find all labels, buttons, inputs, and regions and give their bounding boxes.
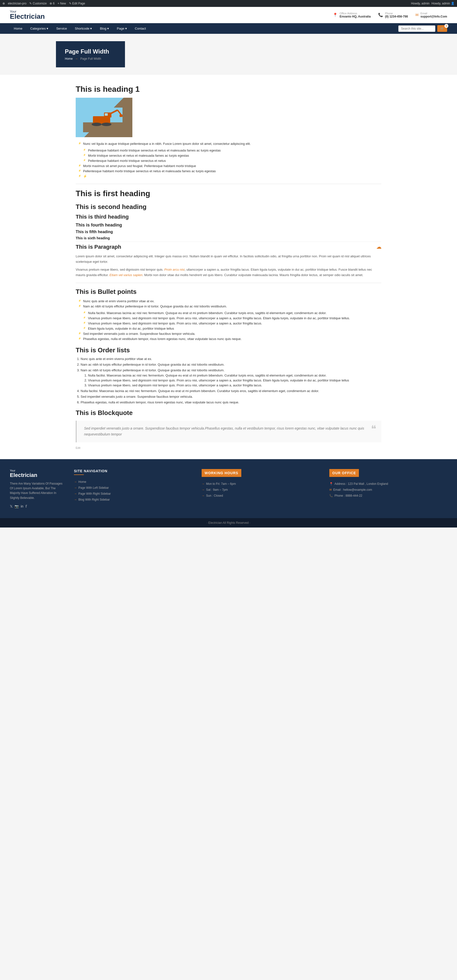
footer-link-home[interactable]: Home <box>74 480 86 484</box>
list-item: Nam ac nibh id turpis efficitur pellente… <box>81 368 381 387</box>
blockquote-text: Sed imperdiet venenatis justo a ornare. … <box>84 426 374 438</box>
office-phone-icon: 📞 <box>329 494 333 497</box>
footer-link-right-sidebar[interactable]: Page With Right Sidebar <box>74 492 111 495</box>
admin-bar-site[interactable]: electrician-pro <box>8 2 26 5</box>
cart-button[interactable]: 🛒 0 <box>437 25 447 32</box>
nav-blog[interactable]: Blog ▾ <box>96 23 113 34</box>
footer-description: There Are Many Variations Of Passages Of… <box>10 481 64 500</box>
social-facebook[interactable]: 𝕗 <box>25 504 27 508</box>
footer-logo: Your Electrician <box>10 469 64 479</box>
nav-categories[interactable]: Categories ▾ <box>26 23 52 34</box>
paragraph-link-2[interactable]: Etiam vel varius sapien <box>109 273 143 277</box>
admin-bar-wp[interactable]: ⊕ <box>2 2 5 5</box>
content-h4-fourth: This is fourth heading <box>76 223 381 228</box>
footer-nav-list: Home Page With Left Sidebar Page With Ri… <box>74 479 192 503</box>
footer-link-left-sidebar[interactable]: Page With Left Sidebar <box>74 486 109 490</box>
bullet-list-main-2: Sed imperdiet venenatis justo a ornare. … <box>78 331 381 342</box>
footer-office-list: 📍 Address : 123 Pal Mall , London Englan… <box>329 481 447 499</box>
office-email-icon: ✉ <box>329 488 332 492</box>
admin-bar-edit-page[interactable]: ✎ Edit Page <box>69 2 85 5</box>
copyright-text: · Electrician All Rights Reserved · <box>207 521 251 525</box>
bullet-list-main: Nunc quis ante et enim viverra porttitor… <box>78 299 381 309</box>
paragraph-link-1[interactable]: Proin arcu nisi <box>164 268 185 271</box>
bullet-section-title: This is Bullet points <box>76 288 381 296</box>
list-item: Nunc quis ante et enim viverra porttitor… <box>78 299 381 304</box>
list-item: Nulla facilisi. Maecenas lacinia ac nisl… <box>88 374 381 377</box>
list-item: Vivamus pretium neque libero, sed dignis… <box>88 383 381 387</box>
list-item: Nulla facilisi. Maecenas lacinia ac nisl… <box>83 310 381 315</box>
list-item: Nam ac nibh id turpis efficitur pellente… <box>78 304 381 309</box>
sub-bullet-list-2: Nulla facilisi. Maecenas lacinia ac nisl… <box>83 310 381 331</box>
content-h1-first: This is first heading <box>76 189 381 198</box>
excavator-svg <box>83 108 122 132</box>
nav-home[interactable]: Home <box>10 23 26 34</box>
footer-office-item: ✉ Email : hellow@example.com <box>329 487 447 493</box>
divider-headings <box>76 184 381 184</box>
sub-bullet-list-1: Pellentesque habitant morbi tristique se… <box>83 148 381 163</box>
list-item: ⚡ <box>78 174 381 179</box>
svg-point-8 <box>102 123 111 126</box>
admin-bar-new[interactable]: + New <box>57 2 66 5</box>
list-item: Phasellus egestas, nulla et vestibulum t… <box>81 401 381 404</box>
social-linkedin[interactable]: in <box>21 504 24 508</box>
main-content: This is heading 1 <box>0 75 457 459</box>
svg-point-7 <box>92 123 102 126</box>
admin-bar-comments[interactable]: ⊕ 6 <box>49 2 54 5</box>
footer-our-office: Our Office 📍 Address : 123 Pal Mall , Lo… <box>329 469 447 508</box>
contact-info: 📍 Office Address Envanto HQ, Australia 📞… <box>333 12 447 18</box>
list-item: Nam ac nibh id turpis efficitur pellente… <box>81 363 381 366</box>
nav-list: Home Categories ▾ Service Shortcode ▾ Bl… <box>10 23 150 34</box>
top-header: Your Electrician 📍 Office Address Envant… <box>0 7 457 23</box>
sub-order-list: Nulla facilisi. Maecenas lacinia ac nisl… <box>88 374 381 387</box>
admin-bar-user: Howdy, admin 👤 <box>432 2 455 5</box>
nav-service[interactable]: Service <box>52 23 71 34</box>
nav-shortcode[interactable]: Shortcode ▾ <box>71 23 96 34</box>
email-icon: ✉ <box>415 13 419 17</box>
nav-contact[interactable]: Contact <box>131 23 150 34</box>
paragraph-text-1: Lorem ipsum dolor sit amet, consectetur … <box>76 254 381 264</box>
social-instagram[interactable]: 📷 <box>14 504 19 508</box>
phone-value: (0) 1234-456-798 <box>385 15 408 18</box>
search-input[interactable] <box>398 25 435 32</box>
footer-site-nav: Site Navigation Home Page With Left Side… <box>74 469 192 508</box>
page-banner-box: Page Full Width Home → Page Full Width <box>56 41 125 67</box>
order-section-title: This is Order lists <box>76 347 381 354</box>
breadcrumb-home[interactable]: Home <box>65 57 73 60</box>
footer-link-blog[interactable]: Blog With Right Sidebar <box>74 498 110 501</box>
divider-bullets <box>76 283 381 283</box>
list-item: Sed imperdiet venenatis justo a ornare. … <box>78 331 381 336</box>
location-icon: 📍 <box>333 13 338 17</box>
phone-contact: 📞 Phone (0) 1234-456-798 <box>378 12 408 18</box>
admin-bar-howdy[interactable]: Howdy, admin <box>411 2 429 5</box>
blockquote-edit[interactable]: Edit <box>76 446 381 449</box>
social-twitter[interactable]: 𝕏 <box>10 504 13 508</box>
footer-nav-item: Page With Left Sidebar <box>74 485 192 491</box>
nav-page[interactable]: Page ▾ <box>113 23 131 34</box>
paragraph-icon: ☁ <box>376 244 381 250</box>
footer-logo-name: Electrician <box>10 472 37 478</box>
main-bullet-list: Nunc vel ligula in augue tristique pelle… <box>78 141 381 146</box>
list-item: Pellentesque habitant morbi tristique se… <box>78 169 381 174</box>
site-logo[interactable]: Your Electrician <box>10 10 45 20</box>
list-item: Nunc vel ligula in augue tristique pelle… <box>78 141 381 146</box>
office-address-text: Address : 123 Pal Mall , London England <box>335 482 388 485</box>
page-banner-wrapper: Page Full Width Home → Page Full Width <box>0 34 457 75</box>
list-item: Vivamus pretium neque libero, sed dignis… <box>83 321 381 326</box>
list-item: Pellentesque habitant morbi tristique se… <box>83 158 381 163</box>
svg-rect-9 <box>105 113 108 116</box>
footer-hours-item: Sun : Closed <box>202 493 319 499</box>
footer-site-nav-title: Site Navigation <box>74 469 192 475</box>
office-label: Office Address <box>340 12 371 15</box>
list-item: Nulla facilisi. Maecenas lacinia ac nisl… <box>81 389 381 393</box>
admin-bar-right: Howdy, admin Howdy, admin 👤 <box>411 2 455 5</box>
footer-office-item: 📍 Address : 123 Pal Mall , London Englan… <box>329 481 447 487</box>
phone-icon: 📞 <box>378 13 383 17</box>
admin-bar-customize[interactable]: ✎ Customize <box>29 2 47 5</box>
main-nav: Home Categories ▾ Service Shortcode ▾ Bl… <box>0 23 457 34</box>
cart-badge: 0 <box>444 24 448 28</box>
admin-bar: ⊕ electrician-pro ✎ Customize ⊕ 6 + New … <box>0 0 457 7</box>
footer-nav-item: Home <box>74 479 192 485</box>
footer-logo-col: Your Electrician There Are Many Variatio… <box>10 469 64 508</box>
footer-our-office-title: Our Office <box>329 469 359 477</box>
logo-name: Electrician <box>10 13 45 20</box>
